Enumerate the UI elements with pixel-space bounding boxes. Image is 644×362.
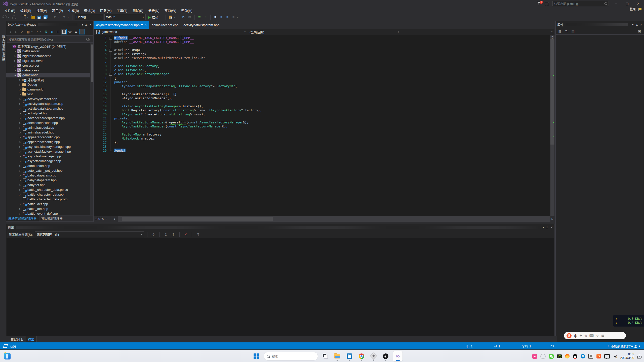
save-icon[interactable] bbox=[37, 16, 41, 19]
tree-item[interactable]: ▷dataaccess bbox=[6, 68, 93, 73]
word-wrap-icon[interactable]: ¶ bbox=[195, 232, 201, 237]
add-item-icon[interactable] bbox=[31, 16, 35, 19]
explorer-bottom-tab[interactable]: 解决方案资源管理器 bbox=[6, 215, 39, 221]
redo-icon[interactable]: ↷ bbox=[62, 15, 67, 20]
collapse-all-icon[interactable]: ⊟ bbox=[55, 29, 61, 34]
code-line[interactable]: 18 static AsyncTaskFactoryManager& Insta… bbox=[94, 104, 550, 108]
panel-tab[interactable]: 输出 bbox=[26, 336, 36, 343]
nav-project-combo[interactable]: gameworld▾ bbox=[94, 29, 248, 35]
nav-member-combo[interactable]: ▾ bbox=[401, 29, 554, 35]
code-line[interactable]: 29#endif bbox=[94, 149, 550, 153]
cube-app-icon[interactable] bbox=[369, 351, 378, 361]
notifications-filter-icon[interactable]: 2 bbox=[537, 2, 541, 5]
copy-structure-icon[interactable]: ⧉ bbox=[187, 15, 192, 20]
bookmark-icon[interactable]: ⚑ bbox=[213, 15, 218, 20]
task-view-button[interactable] bbox=[320, 351, 330, 361]
code-line[interactable]: 1−#ifndef __ASYNC_TASK_FACTORY_MANAGER_H… bbox=[94, 36, 550, 40]
view-code-icon[interactable]: <> bbox=[67, 29, 73, 34]
tree-item[interactable]: ▷bigcrossserver bbox=[6, 58, 93, 63]
tree-item[interactable]: ▷⁺⁺battle_character_data.pb.cc bbox=[6, 187, 93, 192]
network-speed-widget[interactable]: ↑0.0 KB/s ↓0.4 KB/s bbox=[613, 315, 644, 327]
volume-icon[interactable]: ◄) bbox=[613, 354, 617, 358]
tree-item[interactable]: ▷anecdotetaskdef.hpp bbox=[6, 120, 93, 125]
ime-keyboard-icon[interactable]: ⌨ bbox=[589, 334, 594, 337]
menu-item[interactable]: 生成(B) bbox=[66, 8, 82, 13]
feedback-icon[interactable] bbox=[545, 2, 549, 5]
tree-item[interactable]: ▷activesystemdef.hpp bbox=[6, 97, 93, 101]
code-line[interactable]: 17 bbox=[94, 100, 550, 104]
server-explorer-vertical-tab[interactable]: 服务器资源管理器 bbox=[1, 35, 6, 61]
wechat-icon[interactable] bbox=[549, 354, 554, 359]
close-icon[interactable]: ✕ bbox=[550, 226, 553, 229]
zoom-combo[interactable]: 100 %▾ bbox=[94, 217, 109, 221]
tree-item[interactable]: ▷bigcrossdataaccess bbox=[6, 54, 93, 58]
tree-item[interactable]: ▷battle_character_data.pb.h bbox=[6, 192, 93, 197]
sogou-logo-icon[interactable]: S bbox=[567, 333, 572, 338]
tree-item[interactable]: ▷battleserver bbox=[6, 49, 93, 54]
pin-icon[interactable]: ⊥ bbox=[546, 226, 548, 229]
code-line[interactable]: 12public: bbox=[94, 80, 550, 84]
expanded-arrow-icon[interactable]: ◢ bbox=[13, 74, 17, 76]
navigate-back-icon[interactable]: ◂ bbox=[3, 15, 7, 19]
pin-icon[interactable]: ⊥ bbox=[635, 23, 638, 26]
code-line[interactable]: 2#define __ASYNC_TASK_FACTORY_MANAGER_HP… bbox=[94, 40, 550, 44]
collapsed-arrow-icon[interactable]: ▷ bbox=[18, 203, 22, 205]
menu-item[interactable]: 视图(V) bbox=[34, 8, 50, 13]
ime-toolbox-icon[interactable]: ▦ bbox=[601, 334, 604, 337]
code-line[interactable]: 26 MutexLock m_mutex; bbox=[94, 137, 550, 141]
collapsed-arrow-icon[interactable]: ▷ bbox=[13, 60, 17, 62]
bluetooth-icon[interactable]: B bbox=[581, 354, 585, 358]
code-line[interactable]: 19 bool RegisterFactory(const std::strin… bbox=[94, 108, 550, 112]
previous-message-icon[interactable]: ↥ bbox=[163, 232, 169, 237]
refresh-icon[interactable]: ↻ bbox=[49, 29, 55, 34]
tree-item[interactable]: ▷⁺⁺babydataparam.cpp bbox=[6, 173, 93, 178]
window-position-icon[interactable]: ▾ bbox=[632, 23, 634, 26]
tree-item[interactable]: ▷⁺⁺asynctaskfactorymanager.cpp bbox=[6, 144, 93, 149]
collapsed-arrow-icon[interactable]: ▷ bbox=[18, 208, 22, 210]
code-line[interactable]: 6#include "servercommon/multithread/mute… bbox=[94, 56, 550, 60]
tree-item[interactable]: ▷activitydatalistparam.hpp bbox=[6, 106, 93, 111]
fold-margin[interactable]: − bbox=[109, 48, 113, 52]
solution-configuration-combo[interactable]: Debug▾ bbox=[75, 14, 103, 20]
pending-changes-filter-icon[interactable]: ◔ bbox=[34, 29, 40, 34]
tree-item[interactable]: ▷test bbox=[6, 92, 93, 97]
tree-item[interactable]: ▷⁺⁺appearanceconfig.cpp bbox=[6, 135, 93, 140]
qq-icon[interactable] bbox=[573, 354, 577, 359]
menu-item[interactable]: 调试(D) bbox=[82, 8, 98, 13]
preview-selected-items-icon[interactable]: ─ bbox=[79, 29, 85, 34]
collapsed-arrow-icon[interactable]: ▷ bbox=[18, 169, 22, 172]
nvidia-icon[interactable] bbox=[557, 354, 562, 358]
output-title-bar[interactable]: 输出 ▾ ⊥ ✕ bbox=[6, 224, 554, 231]
ime-mic-icon[interactable]: ◍ bbox=[584, 334, 587, 337]
ime-emoji-icon[interactable]: ☺ bbox=[596, 334, 599, 337]
code-line[interactable]: 13 typedef std::map<std::string, IAsyncT… bbox=[94, 84, 550, 88]
code-line[interactable]: 24 bbox=[94, 128, 550, 132]
ime-cursor-icon[interactable]: ✛ bbox=[580, 334, 582, 337]
taskbar-clock[interactable]: 8:32 2024/3/20 bbox=[620, 352, 634, 360]
tree-item[interactable]: ▷⁺⁺activitydatalistparam.cpp bbox=[6, 101, 93, 106]
collapsed-arrow-icon[interactable]: ▷ bbox=[18, 83, 22, 86]
tree-item[interactable]: ▷crossserver bbox=[6, 63, 93, 68]
tree-scrollbar[interactable] bbox=[90, 43, 93, 215]
collapsed-arrow-icon[interactable]: ▷ bbox=[18, 155, 22, 158]
document-tab[interactable]: activitydatalistparam.hpp bbox=[181, 21, 222, 29]
code-line[interactable]: 25 FactoryMap m_factory; bbox=[94, 132, 550, 137]
close-icon[interactable]: ✕ bbox=[640, 23, 642, 26]
code-line[interactable]: 3 bbox=[94, 44, 550, 48]
tree-item[interactable]: ▷advancecareerparam.hpp bbox=[6, 116, 93, 120]
tree-item[interactable]: ▷⁺⁺animalracedef.cpp bbox=[6, 125, 93, 130]
home-icon[interactable]: ⌂ bbox=[19, 29, 25, 34]
new-file-icon[interactable] bbox=[22, 15, 25, 19]
menu-item[interactable]: 项目(P) bbox=[50, 8, 65, 13]
solution-explorer-title-bar[interactable]: 解决方案资源管理器 ▾ ⊥ ✕ bbox=[6, 21, 93, 28]
code-line[interactable]: 22 AsyncTaskFactoryManager& operator=(co… bbox=[94, 120, 550, 124]
collapsed-arrow-icon[interactable]: ▷ bbox=[18, 112, 22, 115]
collapsed-arrow-icon[interactable]: ▷ bbox=[18, 98, 22, 100]
chrome-icon[interactable] bbox=[357, 351, 366, 361]
collapsed-arrow-icon[interactable]: ▷ bbox=[13, 69, 17, 72]
code-line[interactable]: 28 bbox=[94, 145, 550, 149]
tree-item[interactable]: ▷attributedef.hpp bbox=[6, 163, 93, 168]
expand-icon[interactable]: ▣ bbox=[637, 28, 642, 34]
next-message-icon[interactable]: ↧ bbox=[171, 232, 176, 237]
collapsed-arrow-icon[interactable]: ▷ bbox=[13, 55, 17, 57]
